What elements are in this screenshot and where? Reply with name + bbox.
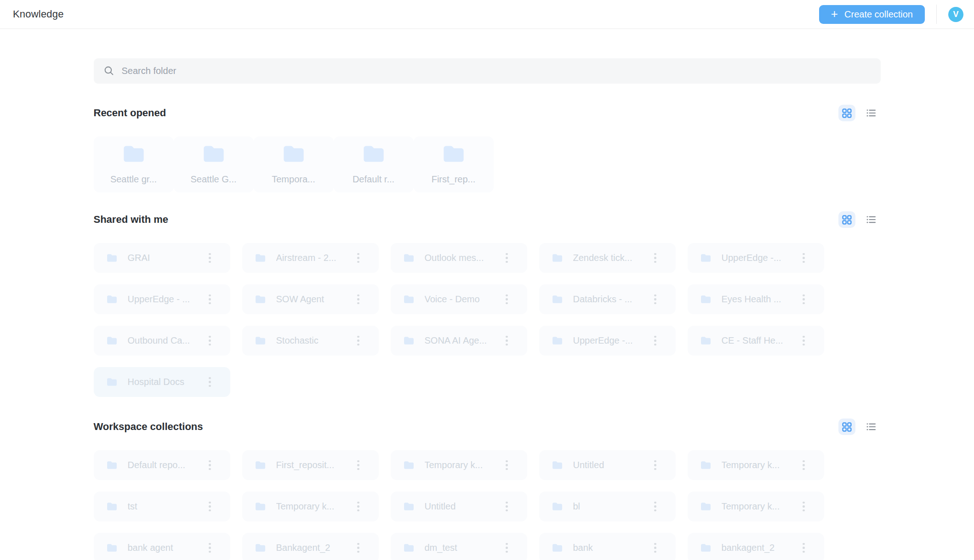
folder-item[interactable]: Voice - Demo (391, 284, 527, 314)
list-view-button[interactable] (863, 105, 880, 121)
more-options-icon[interactable] (802, 458, 806, 472)
workspace-view-toggles (838, 419, 881, 435)
more-options-icon[interactable] (208, 334, 212, 348)
more-options-icon[interactable] (505, 541, 509, 555)
folder-item[interactable]: Untitled (539, 450, 676, 480)
folder-name: bl (573, 501, 644, 512)
recent-folder-card[interactable]: Seattle G... (174, 136, 254, 192)
shared-folders-grid: GRAI Airstream - 2... Outlook mes... Zen… (94, 243, 825, 397)
more-options-icon[interactable] (505, 500, 509, 514)
folder-item[interactable]: tst (94, 492, 230, 521)
search-input[interactable] (122, 66, 871, 76)
more-options-icon[interactable] (653, 293, 657, 306)
more-options-icon[interactable] (356, 251, 360, 265)
more-options-icon[interactable] (802, 293, 806, 306)
more-options-icon[interactable] (208, 375, 212, 389)
main-content: Recent opened (94, 58, 881, 560)
more-options-icon[interactable] (802, 251, 806, 265)
folder-item[interactable]: Temporary k... (391, 450, 527, 480)
folder-item[interactable]: dm_test (391, 533, 527, 560)
folder-item[interactable]: Airstream - 2... (242, 243, 379, 273)
folder-item[interactable]: Hospital Docs (94, 367, 230, 397)
grid-icon (841, 421, 853, 433)
folder-item[interactable]: Eyes Health ... (688, 284, 824, 314)
folder-item[interactable]: First_reposit... (242, 450, 379, 480)
list-icon (866, 107, 877, 119)
list-icon (866, 421, 877, 432)
folder-item[interactable]: Stochastic (242, 326, 379, 356)
more-options-icon[interactable] (802, 334, 806, 348)
more-options-icon[interactable] (505, 458, 509, 472)
folder-icon (552, 336, 563, 345)
more-options-icon[interactable] (356, 293, 360, 306)
folder-name: Airstream - 2... (276, 253, 347, 263)
more-options-icon[interactable] (356, 458, 360, 472)
folder-item[interactable]: Zendesk tick... (539, 243, 676, 273)
folder-name: Outbound Ca... (128, 335, 198, 346)
folder-item[interactable]: UpperEdge -... (688, 243, 824, 273)
folder-item[interactable]: Bankagent_2 (242, 533, 379, 560)
folder-name: dm_test (425, 543, 495, 553)
more-options-icon[interactable] (802, 541, 806, 555)
folder-item[interactable]: SOW Agent (242, 284, 379, 314)
folder-item[interactable]: Temporary k... (688, 492, 824, 521)
folder-name: UpperEdge -... (573, 335, 644, 346)
more-options-icon[interactable] (653, 500, 657, 514)
folder-item[interactable]: bank (539, 533, 676, 560)
folder-icon (362, 144, 386, 164)
folder-icon (255, 294, 266, 304)
folder-item[interactable]: bank agent (94, 533, 230, 560)
folder-name: GRAI (128, 253, 198, 263)
folder-item[interactable]: Default repo... (94, 450, 230, 480)
folder-item[interactable]: UpperEdge -... (539, 326, 676, 356)
folder-icon (255, 543, 266, 553)
folder-item[interactable]: Databricks - ... (539, 284, 676, 314)
list-view-button[interactable] (863, 211, 880, 228)
folder-item[interactable]: CE - Staff He... (688, 326, 824, 356)
more-options-icon[interactable] (208, 293, 212, 306)
folder-name: Untitled (573, 460, 644, 470)
more-options-icon[interactable] (802, 500, 806, 514)
folder-item[interactable]: Outlook mes... (391, 243, 527, 273)
folder-item[interactable]: Untitled (391, 492, 527, 521)
folder-item[interactable]: Temporary k... (688, 450, 824, 480)
folder-icon (552, 294, 563, 304)
more-options-icon[interactable] (653, 541, 657, 555)
folder-item[interactable]: bl (539, 492, 676, 521)
view-toggles (838, 211, 880, 228)
more-options-icon[interactable] (356, 541, 360, 555)
more-options-icon[interactable] (653, 458, 657, 472)
create-collection-button[interactable]: + Create collection (819, 5, 925, 24)
shared-view-toggles (838, 211, 881, 228)
more-options-icon[interactable] (208, 500, 212, 514)
grid-view-button[interactable] (838, 211, 855, 228)
recent-folder-card[interactable]: Tempora... (254, 136, 334, 192)
grid-view-button[interactable] (838, 105, 855, 121)
folder-item[interactable]: bankagent_2 (688, 533, 824, 560)
recent-folder-card[interactable]: First_rep... (414, 136, 494, 192)
folder-name: Seattle G... (190, 174, 236, 185)
user-avatar[interactable]: V (948, 7, 963, 22)
recent-folder-card[interactable]: Default r... (334, 136, 414, 192)
more-options-icon[interactable] (505, 251, 509, 265)
more-options-icon[interactable] (653, 334, 657, 348)
top-bar-actions: + Create collection V (819, 5, 963, 24)
more-options-icon[interactable] (208, 251, 212, 265)
folder-item[interactable]: Temporary k... (242, 492, 379, 521)
more-options-icon[interactable] (356, 500, 360, 514)
more-options-icon[interactable] (356, 334, 360, 348)
more-options-icon[interactable] (653, 251, 657, 265)
grid-view-button[interactable] (838, 419, 855, 435)
folder-name: Default repo... (128, 460, 198, 470)
more-options-icon[interactable] (208, 458, 212, 472)
more-options-icon[interactable] (208, 541, 212, 555)
folder-item[interactable]: UpperEdge - ... (94, 284, 230, 314)
more-options-icon[interactable] (505, 293, 509, 306)
folder-item[interactable]: Outbound Ca... (94, 326, 230, 356)
folder-item[interactable]: SONA AI Age... (391, 326, 527, 356)
folder-item[interactable]: GRAI (94, 243, 230, 273)
list-view-button[interactable] (863, 419, 880, 435)
folder-name: tst (128, 501, 198, 512)
more-options-icon[interactable] (505, 334, 509, 348)
recent-folder-card[interactable]: Seattle gr... (94, 136, 174, 192)
